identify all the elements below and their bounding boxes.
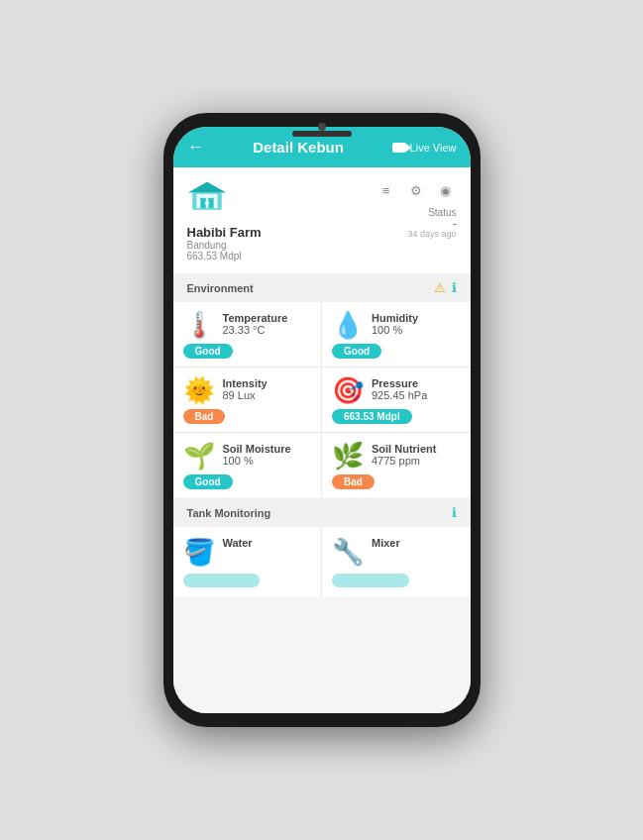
pressure-name: Pressure bbox=[372, 377, 461, 389]
intensity-name: Intensity bbox=[223, 377, 312, 389]
farm-status: ≡ ⚙ ◉ Status - 34 days ago bbox=[375, 179, 457, 239]
intensity-icon: 🌞 bbox=[183, 377, 215, 403]
soil-moisture-icon: 🌱 bbox=[183, 443, 215, 469]
phone-camera bbox=[318, 123, 326, 131]
soil-moisture-badge: Good bbox=[183, 474, 233, 489]
svg-point-8 bbox=[207, 202, 209, 204]
temperature-value: 23.33 °C bbox=[223, 324, 312, 336]
farm-icon bbox=[187, 179, 262, 219]
humidity-card: 💧 Humidity 100 % Good bbox=[322, 302, 471, 367]
soil-nutrient-badge: Bad bbox=[332, 474, 375, 489]
tank-section-header: Tank Monitoring ℹ bbox=[173, 498, 471, 527]
live-view-button[interactable]: Live View bbox=[392, 142, 457, 154]
soil-moisture-value: 100 % bbox=[223, 455, 312, 467]
intensity-value: 89 Lux bbox=[223, 389, 312, 401]
soil-nutrient-card: 🌿 Soil Nutrient 4775 ppm Bad bbox=[322, 433, 471, 497]
status-label: Status bbox=[428, 207, 456, 218]
pressure-badge: 663.53 Mdpl bbox=[332, 409, 412, 424]
content-area: Habibi Farm Bandung 663.53 Mdpl ≡ ⚙ ◉ St… bbox=[173, 167, 471, 713]
soil-nutrient-icon: 🌿 bbox=[332, 443, 364, 469]
farm-name: Habibi Farm bbox=[187, 225, 262, 240]
humidity-value: 100 % bbox=[372, 324, 461, 336]
phone-screen: ← Detail Kebun Live View bbox=[173, 127, 471, 713]
water-tank-card: 🪣 Water bbox=[173, 527, 322, 597]
intensity-badge: Bad bbox=[183, 409, 226, 424]
header-title: Detail Kebun bbox=[253, 139, 344, 156]
farm-action-icons: ≡ ⚙ ◉ bbox=[375, 179, 457, 201]
tank-grid: 🪣 Water 🔧 Mixer bbox=[173, 527, 471, 597]
svg-marker-3 bbox=[188, 182, 225, 193]
farm-altitude: 663.53 Mdpl bbox=[187, 251, 262, 262]
water-badge bbox=[183, 574, 261, 587]
temperature-name: Temperature bbox=[223, 312, 312, 324]
farm-details: Habibi Farm Bandung 663.53 Mdpl bbox=[187, 179, 262, 262]
humidity-name: Humidity bbox=[372, 312, 461, 324]
soil-moisture-card: 🌱 Soil Moisture 100 % Good bbox=[173, 433, 322, 497]
temperature-badge: Good bbox=[183, 344, 233, 359]
tank-section-icons: ℹ bbox=[452, 505, 457, 520]
mixer-icon: 🔧 bbox=[332, 537, 364, 568]
barn-svg bbox=[187, 179, 227, 215]
sensor-grid: 🌡️ Temperature 23.33 °C Good 💧 Humidity bbox=[173, 302, 471, 497]
humidity-icon: 💧 bbox=[332, 312, 364, 338]
info-icon[interactable]: ℹ bbox=[452, 280, 457, 295]
list-icon[interactable]: ≡ bbox=[375, 179, 397, 201]
environment-section-header: Environment ⚠ ℹ bbox=[173, 273, 471, 302]
farm-city: Bandung bbox=[187, 240, 262, 251]
water-name: Water bbox=[223, 537, 312, 549]
pressure-icon: 🎯 bbox=[332, 377, 364, 403]
farm-info-section: Habibi Farm Bandung 663.53 Mdpl ≡ ⚙ ◉ St… bbox=[173, 167, 471, 273]
status-value: - bbox=[453, 218, 456, 229]
mixer-tank-card: 🔧 Mixer bbox=[322, 527, 471, 597]
tank-title: Tank Monitoring bbox=[187, 507, 271, 519]
svg-point-7 bbox=[204, 202, 206, 204]
pressure-card: 🎯 Pressure 925.45 hPa 663.53 Mdpl bbox=[322, 368, 471, 432]
gear-icon[interactable]: ⚙ bbox=[405, 179, 427, 201]
environment-title: Environment bbox=[187, 282, 254, 294]
toggle-icon[interactable]: ◉ bbox=[435, 179, 457, 201]
temperature-icon: 🌡️ bbox=[183, 312, 215, 338]
soil-moisture-name: Soil Moisture bbox=[223, 443, 312, 455]
pressure-value: 925.45 hPa bbox=[372, 389, 461, 401]
svg-rect-4 bbox=[196, 194, 217, 209]
mixer-badge bbox=[332, 574, 409, 587]
water-icon: 🪣 bbox=[183, 537, 215, 568]
phone-speaker bbox=[292, 131, 352, 137]
humidity-badge: Good bbox=[332, 344, 381, 359]
mixer-name: Mixer bbox=[372, 537, 461, 549]
intensity-card: 🌞 Intensity 89 Lux Bad bbox=[173, 368, 322, 432]
tank-info-icon[interactable]: ℹ bbox=[452, 505, 457, 520]
warning-icon[interactable]: ⚠ bbox=[434, 280, 446, 295]
live-view-label: Live View bbox=[410, 142, 457, 154]
status-time: 34 days ago bbox=[407, 229, 456, 239]
phone-frame: ← Detail Kebun Live View bbox=[163, 113, 481, 727]
environment-icons: ⚠ ℹ bbox=[434, 280, 457, 295]
back-button[interactable]: ← bbox=[187, 137, 205, 158]
soil-nutrient-name: Soil Nutrient bbox=[372, 443, 461, 455]
temperature-card: 🌡️ Temperature 23.33 °C Good bbox=[173, 302, 322, 367]
video-icon bbox=[392, 143, 406, 153]
soil-nutrient-value: 4775 ppm bbox=[372, 455, 461, 467]
